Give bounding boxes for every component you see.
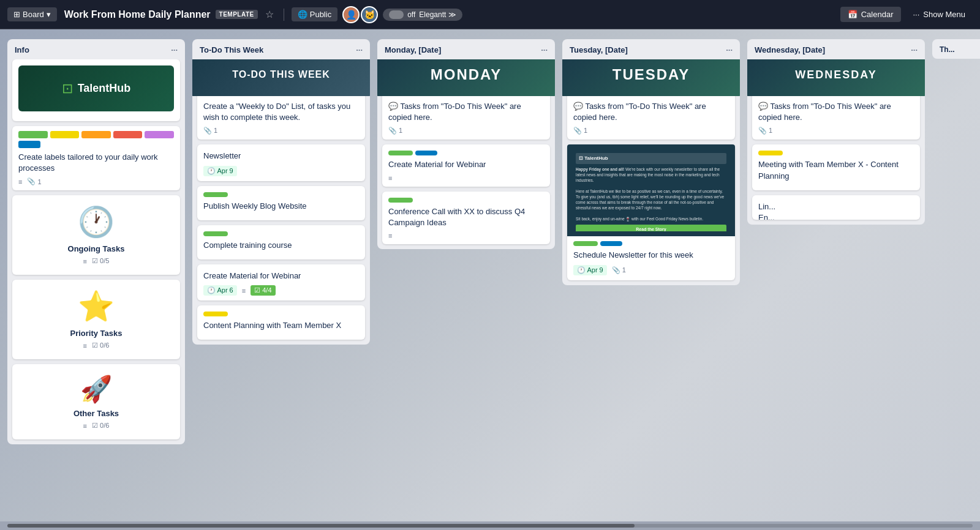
- list-item[interactable]: Create labels tailored to your daily wor…: [12, 126, 180, 190]
- list-item[interactable]: TO-DO THIS WEEK Create a "Weekly to Do" …: [197, 59, 365, 140]
- list-item[interactable]: Complete training course: [197, 225, 365, 259]
- list-item[interactable]: 🚀 Other Tasks ≡ ☑ 0/6: [12, 364, 180, 439]
- blog-title: Publish Weekly Blog Website: [203, 201, 359, 212]
- divider: [284, 9, 284, 21]
- column-info-menu[interactable]: ···: [171, 45, 178, 54]
- column-info: Info ··· ⊡ TalentHub: [7, 39, 185, 444]
- calendar-icon: 📅: [848, 10, 858, 19]
- color-labels-row2: [18, 141, 174, 148]
- column-wednesday-cards: WEDNESDAY 💬 Tasks from "To-Do This Week"…: [747, 59, 925, 225]
- todo-attach: 📎 1: [203, 127, 217, 135]
- star-board-button[interactable]: ☆: [263, 6, 276, 23]
- list-item[interactable]: ⭐ Priority Tasks ≡ ☑ 0/6: [12, 280, 180, 359]
- tuesday-banner-footer: 📎 1: [573, 127, 729, 135]
- meeting-labels: [758, 151, 914, 155]
- meeting-title: Meeting with Team Member X - Content Pla…: [758, 159, 914, 181]
- column-info-cards: ⊡ TalentHub Create labels tailored to yo…: [7, 59, 185, 444]
- list-item[interactable]: Conference Call with XX to discuss Q4 Ca…: [382, 192, 550, 244]
- board-label: Board: [23, 10, 44, 19]
- newsletter-footer: 🕐 Apr 9: [203, 166, 359, 176]
- list-item[interactable]: Newsletter 🕐 Apr 9: [197, 144, 365, 181]
- list-item[interactable]: ⊡ TalentHub: [12, 59, 180, 121]
- desc-icon: ≡: [18, 178, 22, 185]
- column-tuesday-cards: TUESDAY 💬 Tasks from "To-Do This Week" a…: [562, 59, 740, 285]
- conf-title: Conference Call with XX to discuss Q4 Ca…: [388, 206, 544, 228]
- app-header: ⊞ Board ▾ Work From Home Daily Planner T…: [0, 0, 980, 29]
- talenthub-text: TalentHub: [78, 82, 131, 95]
- label-green: [388, 198, 413, 203]
- board-view-button[interactable]: ⊞ Board ▾: [7, 7, 57, 21]
- star-icon: ⭐: [78, 289, 115, 324]
- scrollbar-thumb[interactable]: [7, 524, 635, 528]
- priority-checklist: ☑ 0/6: [92, 342, 109, 349]
- training-labels: [203, 231, 359, 236]
- other-tasks-footer: ≡ ☑ 0/6: [83, 422, 110, 430]
- todo-banner-footer: 📎 1: [203, 127, 359, 135]
- label-yellow: [203, 312, 228, 316]
- calendar-button[interactable]: 📅 Calendar: [840, 7, 901, 22]
- wednesday-attach: 📎 1: [758, 127, 772, 135]
- column-thursday-header: Th...: [932, 39, 980, 59]
- monday-attach: 📎 1: [388, 127, 402, 135]
- wednesday-banner-footer: 📎 1: [758, 127, 914, 135]
- column-tuesday: Tuesday, [Date] ··· TUESDAY 💬 Tasks from…: [562, 39, 740, 285]
- list-item[interactable]: Create Material for Webinar ≡: [382, 144, 550, 186]
- priority-desc-icon: ≡: [83, 342, 87, 349]
- board-scrollbar[interactable]: [0, 521, 980, 530]
- tuesday-banner: TUESDAY: [562, 59, 740, 96]
- column-tuesday-menu[interactable]: ···: [726, 45, 733, 54]
- list-item[interactable]: ⊡ TalentHub Happy Friday one and all! We…: [567, 144, 735, 280]
- column-wednesday-menu[interactable]: ···: [911, 45, 918, 54]
- monday-banner: MONDAY: [377, 59, 555, 96]
- blog-labels: [203, 192, 359, 197]
- list-item[interactable]: Create Material for Webinar 🕐 Apr 6 ≡ ☑ …: [197, 264, 365, 300]
- talenthub-logo-card: ⊡ TalentHub: [18, 65, 174, 111]
- list-item[interactable]: TUESDAY 💬 Tasks from "To-Do This Week" a…: [567, 59, 735, 140]
- priority-tasks-title: Priority Tasks: [70, 329, 122, 338]
- avatar-1[interactable]: 👤: [342, 6, 360, 23]
- column-info-header: Info ···: [7, 39, 185, 59]
- ongoing-tasks-footer: ≡ ☑ 0/5: [83, 257, 110, 265]
- board-area: Info ··· ⊡ TalentHub: [0, 29, 980, 521]
- list-item[interactable]: Meeting with Team Member X - Content Pla…: [752, 144, 920, 190]
- list-item[interactable]: MONDAY 💬 Tasks from "To-Do This Week" ar…: [382, 59, 550, 140]
- other-tasks-title: Other Tasks: [74, 409, 119, 418]
- webinar2-title: Create Material for Webinar: [388, 159, 544, 170]
- avatar-2[interactable]: 🐱: [361, 6, 378, 23]
- partial-card-text: Lin...En...: [758, 201, 914, 220]
- label-blue: [415, 151, 437, 155]
- webinar-title: Create Material for Webinar: [203, 271, 359, 282]
- ongoing-desc-icon: ≡: [83, 258, 87, 265]
- monday-banner-desc: 💬 Tasks from "To-Do This Week" are copie…: [388, 101, 544, 123]
- elegantt-toggle[interactable]: off Elegantt ≫: [383, 9, 462, 21]
- list-item[interactable]: Publish Weekly Blog Website: [197, 186, 365, 220]
- column-monday-menu[interactable]: ···: [541, 45, 548, 54]
- list-item[interactable]: Lin...En...: [752, 195, 920, 220]
- visibility-button[interactable]: 🌐 Public: [292, 7, 337, 21]
- board-grid-icon: ⊞: [13, 10, 20, 19]
- list-item[interactable]: 🕐 Ongoing Tasks ≡ ☑ 0/5: [12, 195, 180, 275]
- column-todo-menu[interactable]: ···: [356, 45, 363, 54]
- webinar2-labels: [388, 151, 544, 155]
- list-item[interactable]: WEDNESDAY 💬 Tasks from "To-Do This Week"…: [752, 59, 920, 140]
- label-purple: [145, 131, 174, 138]
- column-wednesday-title: Wednesday, [Date]: [755, 45, 825, 54]
- newsletter-schedule-labels: [573, 241, 729, 246]
- ongoing-checklist: ☑ 0/5: [92, 257, 109, 265]
- label-green: [203, 192, 228, 197]
- newsletter-schedule-footer: 🕐 Apr 9 📎 1: [573, 265, 729, 275]
- monday-banner-text: MONDAY: [431, 66, 502, 83]
- tuesday-attach: 📎 1: [573, 127, 587, 135]
- label-yellow: [758, 151, 783, 155]
- show-menu-button[interactable]: ··· Show Menu: [906, 7, 973, 22]
- ellipsis-icon: ···: [913, 10, 920, 19]
- newsletter-due: 🕐 Apr 9: [203, 166, 237, 176]
- list-item[interactable]: Content Planning with Team Member X: [197, 305, 365, 340]
- label-yellow: [50, 131, 80, 138]
- newsletter-schedule-attach: 📎 1: [612, 266, 626, 274]
- label-red: [113, 131, 143, 138]
- label-green: [573, 241, 598, 246]
- board-chevron-icon: ▾: [47, 10, 51, 19]
- tuesday-banner-desc: 💬 Tasks from "To-Do This Week" are copie…: [573, 101, 729, 123]
- rocket-icon: 🚀: [80, 374, 112, 404]
